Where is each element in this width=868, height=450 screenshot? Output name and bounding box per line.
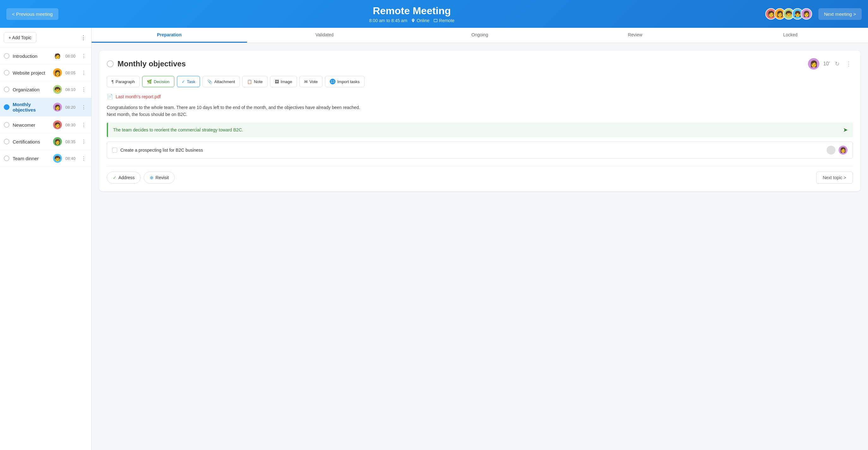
image-button[interactable]: 🖼 Image xyxy=(270,76,297,87)
topic-avatar-certifications: 👩 xyxy=(53,137,62,146)
topic-name-organization: Organization xyxy=(12,87,50,92)
topic-name-website: Website project xyxy=(12,70,50,76)
topic-menu-introduction[interactable]: ⋮ xyxy=(80,53,88,60)
content-body: 📄 Last month's report.pdf Congratulation… xyxy=(107,94,853,159)
sidebar-header: + Add Topic ⋮ xyxy=(0,28,91,48)
topic-card-radio xyxy=(107,60,114,67)
topic-avatar-organization: 🧒 xyxy=(53,85,62,94)
sidebar-menu-icon[interactable]: ⋮ xyxy=(79,33,88,42)
topic-menu-certifications[interactable]: ⋮ xyxy=(80,138,88,145)
topic-card-title: Monthly objectives xyxy=(118,59,804,68)
task-button[interactable]: ✓ Task xyxy=(177,76,200,87)
attachment-button[interactable]: 📎 Attachment xyxy=(203,76,240,87)
topic-content: Monthly objectives 👩 10' ↻ ⋮ ¶ Paragraph xyxy=(92,43,868,450)
note-icon: 📋 xyxy=(247,79,252,84)
topic-menu-monthly-objectives[interactable]: ⋮ xyxy=(80,104,88,111)
next-meeting-button[interactable]: Next meeting > xyxy=(818,8,862,20)
note-button[interactable]: 📋 Note xyxy=(242,76,267,87)
meeting-mode: Remote xyxy=(433,18,455,23)
task-label: Create a prospecting list for B2C busine… xyxy=(120,148,824,153)
import-tasks-button[interactable]: 13 Import tasks xyxy=(325,76,365,87)
topic-item-team-dinner[interactable]: Team dinner 🧒 08:40 ⋮ xyxy=(0,150,91,167)
topic-name-team-dinner: Team dinner xyxy=(12,156,50,161)
bottom-actions: ✓ Address ⊕ Revisit Next topic > xyxy=(107,166,853,184)
topic-text-content: Congratulations to the whole team. There… xyxy=(107,104,853,118)
tab-validated[interactable]: Validated xyxy=(247,28,402,43)
attachment-filename: Last month's report.pdf xyxy=(116,94,161,99)
topic-time-certifications: 08:35 xyxy=(65,139,75,144)
topic-radio-website xyxy=(4,70,9,76)
topic-menu-newcomer[interactable]: ⋮ xyxy=(80,121,88,129)
topic-avatar-website: 👩 xyxy=(53,68,62,77)
topic-name-monthly-objectives: Monthly objectives xyxy=(12,102,50,113)
topic-radio-certifications xyxy=(4,139,9,144)
topic-radio-organization xyxy=(4,87,9,92)
avatar-5: 👩 xyxy=(801,8,812,20)
vote-icon: ✉ xyxy=(304,79,308,84)
topic-duration: 10' xyxy=(823,61,830,67)
toolbar: ¶ Paragraph 🌿 Decision ✓ Task 📎 Attachme… xyxy=(107,76,853,87)
task-checkbox[interactable] xyxy=(112,148,117,153)
paragraph-button[interactable]: ¶ Paragraph xyxy=(107,76,140,87)
topic-radio-team-dinner xyxy=(4,155,9,161)
decision-button[interactable]: 🌿 Decision xyxy=(142,76,174,87)
task-icon: ✓ xyxy=(182,79,185,84)
topic-item-newcomer[interactable]: Newcomer 🧑 08:30 ⋮ xyxy=(0,117,91,133)
task-assignee-placeholder xyxy=(827,146,835,154)
topic-radio-newcomer xyxy=(4,122,9,128)
topic-menu-team-dinner[interactable]: ⋮ xyxy=(80,155,88,162)
topic-card-header: Monthly objectives 👩 10' ↻ ⋮ xyxy=(107,58,853,69)
sidebar: + Add Topic ⋮ Introduction 🧑 08:00 ⋮ Web… xyxy=(0,28,92,450)
topic-avatar-newcomer: 🧑 xyxy=(53,120,62,129)
content-area: Preparation Validated Ongoing Review Loc… xyxy=(92,28,868,450)
topic-avatar-introduction: 🧑 xyxy=(53,52,62,60)
topic-menu-website[interactable]: ⋮ xyxy=(80,69,88,77)
header-right: 🧑 👩 🧒 👧 👩 Next meeting > xyxy=(765,8,862,20)
revisit-button[interactable]: ⊕ Revisit xyxy=(144,172,175,184)
tab-review[interactable]: Review xyxy=(558,28,713,43)
main-layout: + Add Topic ⋮ Introduction 🧑 08:00 ⋮ Web… xyxy=(0,28,868,450)
bottom-left-actions: ✓ Address ⊕ Revisit xyxy=(107,172,175,184)
header: < Previous meeting Remote Meeting 8:00 a… xyxy=(0,0,868,28)
decision-icon: 🌿 xyxy=(147,79,152,84)
topic-menu-organization[interactable]: ⋮ xyxy=(80,86,88,93)
address-icon: ✓ xyxy=(113,175,117,180)
import-tasks-icon: 13 xyxy=(330,79,336,84)
topic-item-certifications[interactable]: Certifications 👩 08:35 ⋮ xyxy=(0,133,91,150)
decision-item: The team decides to reorient the commerc… xyxy=(107,123,853,137)
topic-item-website[interactable]: Website project 👩 08:05 ⋮ xyxy=(0,64,91,81)
topic-item-introduction[interactable]: Introduction 🧑 08:00 ⋮ xyxy=(0,48,91,64)
tab-ongoing[interactable]: Ongoing xyxy=(402,28,558,43)
topic-name-certifications: Certifications xyxy=(12,139,50,144)
prev-meeting-button[interactable]: < Previous meeting xyxy=(6,8,58,20)
meeting-location: Online xyxy=(411,18,429,23)
topic-card-meta: 👩 10' ↻ ⋮ xyxy=(808,58,853,69)
pdf-icon: 📄 xyxy=(107,94,113,99)
tab-bar: Preparation Validated Ongoing Review Loc… xyxy=(92,28,868,43)
tab-locked[interactable]: Locked xyxy=(713,28,868,43)
topic-radio-monthly-objectives xyxy=(4,104,9,110)
topic-avatar-monthly-objectives: 👩 xyxy=(53,103,62,112)
refresh-icon[interactable]: ↻ xyxy=(834,59,841,68)
revisit-icon: ⊕ xyxy=(150,175,154,180)
topic-time-team-dinner: 08:40 xyxy=(65,156,75,161)
topic-name-newcomer: Newcomer xyxy=(12,122,50,128)
topic-more-icon[interactable]: ⋮ xyxy=(845,59,853,68)
topic-item-organization[interactable]: Organization 🧒 08:10 ⋮ xyxy=(0,81,91,98)
next-topic-button[interactable]: Next topic > xyxy=(816,172,853,184)
meeting-title: Remote Meeting xyxy=(369,5,455,17)
vote-button[interactable]: ✉ Vote xyxy=(300,76,322,87)
image-icon: 🖼 xyxy=(275,79,279,84)
topic-time-introduction: 08:00 xyxy=(65,54,75,58)
topic-card-avatar: 👩 xyxy=(808,58,819,69)
topic-item-monthly-objectives[interactable]: Monthly objectives 👩 08:20 ⋮ xyxy=(0,98,91,117)
topic-time-newcomer: 08:30 xyxy=(65,123,75,127)
tab-preparation[interactable]: Preparation xyxy=(92,28,247,43)
address-button[interactable]: ✓ Address xyxy=(107,172,141,184)
topic-card: Monthly objectives 👩 10' ↻ ⋮ ¶ Paragraph xyxy=(99,51,861,191)
task-assignee-avatar: 👩 xyxy=(839,146,847,154)
pdf-attachment[interactable]: 📄 Last month's report.pdf xyxy=(107,94,853,99)
header-center: Remote Meeting 8:00 am to 8:45 am Online… xyxy=(369,5,455,23)
attendee-avatars: 🧑 👩 🧒 👧 👩 xyxy=(765,8,812,20)
add-topic-button[interactable]: + Add Topic xyxy=(4,32,36,43)
